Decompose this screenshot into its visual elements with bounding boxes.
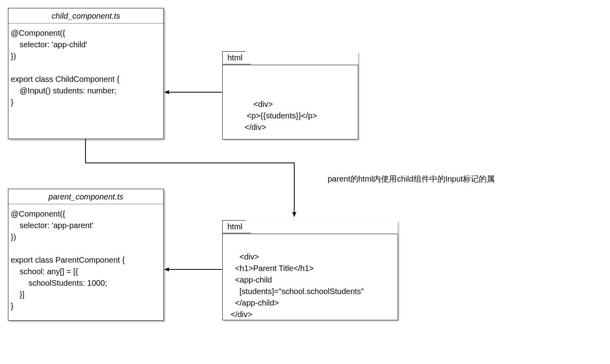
edge-annotation: parent的html内使用child组件中的Input标记的属: [328, 174, 495, 184]
child-html-tab: html: [222, 51, 251, 64]
parent-html-tab: html: [222, 220, 251, 233]
parent-component-body: @Component({ selector: 'app-parent' }) e…: [8, 204, 163, 316]
parent-html-body: <div> <h1>Parent Title</h1> <app-child […: [222, 234, 398, 320]
parent-html-note: html <div> <h1>Parent Title</h1> <app-ch…: [223, 221, 398, 320]
child-html-body: <div> <p>{{students}}</p> </div>: [222, 65, 358, 139]
child-html-body-text: <div> <p>{{students}}</p> </div>: [245, 100, 317, 132]
parent-component-box: parent_component.ts @Component({ selecto…: [8, 189, 164, 321]
parent-component-title: parent_component.ts: [8, 189, 163, 204]
child-html-note: html <div> <p>{{students}}</p> </div>: [223, 52, 358, 139]
child-component-body: @Component({ selector: 'app-child' }) ex…: [8, 23, 163, 112]
child-component-title: child_component.ts: [8, 8, 163, 23]
parent-html-body-text: <div> <h1>Parent Title</h1> <app-child […: [231, 252, 364, 319]
child-component-box: child_component.ts @Component({ selector…: [8, 8, 164, 139]
